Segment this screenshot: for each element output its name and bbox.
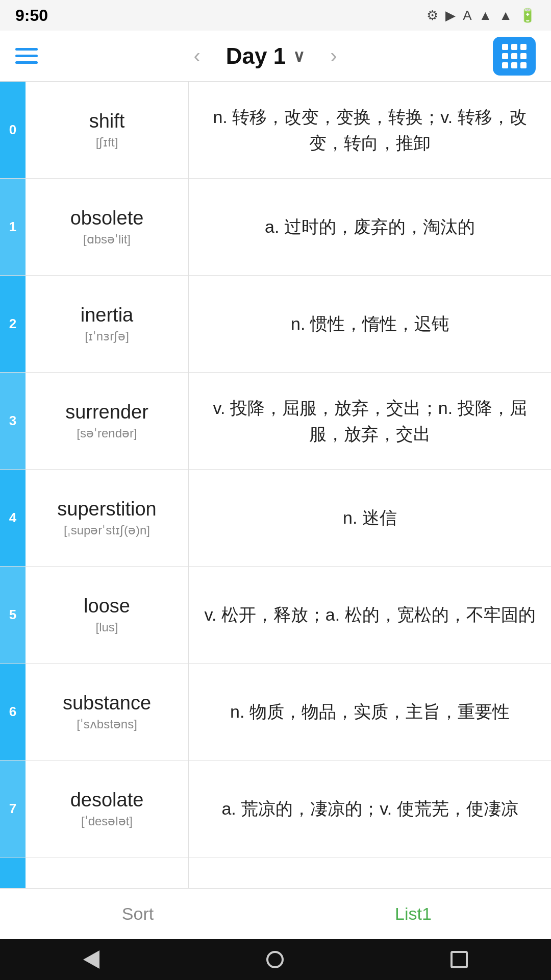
hamburger-menu[interactable] — [15, 48, 38, 64]
signal-icon: ▲ — [499, 8, 512, 23]
sort-tab-label: Sort — [122, 904, 154, 924]
play-icon: ▶ — [445, 8, 456, 23]
home-icon — [266, 951, 284, 968]
grid-view-button[interactable] — [493, 37, 536, 76]
home-button[interactable] — [266, 951, 284, 968]
word-text: desolate — [70, 789, 144, 811]
word-index: 2 — [0, 276, 26, 372]
word-english: desolate [ˈdesələt] — [26, 761, 189, 857]
chevron-down-icon: ∨ — [293, 46, 305, 66]
word-text: superstition — [57, 498, 156, 520]
word-text: shift — [89, 110, 125, 132]
word-definition: v. 投降，屈服，放弃，交出；n. 投降，屈服，放弃，交出 — [189, 373, 551, 469]
word-definition: n. 迷信 — [189, 470, 551, 566]
table-row[interactable]: 6 substance [ˈsʌbstəns] n. 物质，物品，实质，主旨，重… — [0, 664, 551, 761]
word-english: obsolete [ɑbsəˈlit] — [26, 179, 189, 275]
toolbar: ‹ Day 1 ∨ › — [0, 31, 551, 82]
list1-tab-label: List1 — [395, 904, 432, 924]
grid-row-1 — [502, 44, 527, 50]
table-row[interactable]: 8 virgin n. 处女，童男；a. 处女的， — [0, 857, 551, 888]
toolbar-nav: ‹ Day 1 ∨ › — [188, 39, 342, 72]
sort-tab[interactable]: Sort — [0, 889, 276, 939]
grid-row-3 — [502, 62, 527, 68]
word-index: 4 — [0, 470, 26, 566]
wifi-icon: ▲ — [479, 8, 492, 23]
word-phonetic: [lus] — [95, 620, 118, 634]
word-index: 3 — [0, 373, 26, 469]
word-phonetic: [ʃɪft] — [96, 135, 118, 150]
word-english: loose [lus] — [26, 567, 189, 663]
table-row[interactable]: 2 inertia [ɪˈnɜrʃə] n. 惯性，惰性，迟钝 — [0, 276, 551, 373]
word-list: 0 shift [ʃɪft] n. 转移，改变，变换，转换；v. 转移，改变，转… — [0, 82, 551, 888]
recents-button[interactable] — [450, 951, 468, 968]
word-text: surrender — [65, 401, 148, 423]
status-icons: ⚙ ▶ A ▲ ▲ 🔋 — [427, 8, 536, 23]
word-definition: n. 处女，童男；a. 处女的， — [189, 857, 551, 888]
android-nav-bar — [0, 939, 551, 980]
table-row[interactable]: 3 surrender [səˈrendər] v. 投降，屈服，放弃，交出；n… — [0, 373, 551, 470]
word-index: 6 — [0, 664, 26, 760]
word-definition: v. 松开，释放；a. 松的，宽松的，不牢固的 — [189, 567, 551, 663]
word-text: inertia — [81, 304, 134, 326]
word-english: virgin — [26, 857, 189, 888]
status-time: 9:50 — [15, 6, 48, 25]
table-row[interactable]: 7 desolate [ˈdesələt] a. 荒凉的，凄凉的；v. 使荒芜，… — [0, 761, 551, 857]
word-index: 1 — [0, 179, 26, 275]
table-row[interactable]: 1 obsolete [ɑbsəˈlit] a. 过时的，废弃的，淘汰的 — [0, 179, 551, 276]
word-english: substance [ˈsʌbstəns] — [26, 664, 189, 760]
word-english: shift [ʃɪft] — [26, 82, 189, 178]
word-phonetic: [ˌsupərˈstɪʃ(ə)n] — [64, 523, 150, 537]
word-phonetic: [ɑbsəˈlit] — [83, 232, 131, 247]
word-index: 8 — [0, 857, 26, 888]
settings-icon: ⚙ — [427, 8, 438, 23]
word-definition: a. 荒凉的，凄凉的；v. 使荒芜，使凄凉 — [189, 761, 551, 857]
word-phonetic: [ˈsʌbstəns] — [77, 717, 137, 731]
word-definition: n. 惯性，惰性，迟钝 — [189, 276, 551, 372]
word-text: substance — [63, 692, 151, 714]
word-definition: a. 过时的，废弃的，淘汰的 — [189, 179, 551, 275]
back-icon — [83, 950, 99, 969]
word-english: superstition [ˌsupərˈstɪʃ(ə)n] — [26, 470, 189, 566]
word-definition: n. 转移，改变，变换，转换；v. 转移，改变，转向，推卸 — [189, 82, 551, 178]
next-button[interactable]: › — [325, 39, 342, 72]
word-phonetic: [ˈdesələt] — [81, 814, 133, 828]
list1-tab[interactable]: List1 — [276, 889, 551, 939]
word-english: inertia [ɪˈnɜrʃə] — [26, 276, 189, 372]
font-icon: A — [463, 8, 471, 23]
word-english: surrender [səˈrendər] — [26, 373, 189, 469]
prev-button[interactable]: ‹ — [188, 39, 205, 72]
day-title[interactable]: Day 1 ∨ — [226, 43, 305, 69]
word-index: 5 — [0, 567, 26, 663]
table-row[interactable]: 0 shift [ʃɪft] n. 转移，改变，变换，转换；v. 转移，改变，转… — [0, 82, 551, 179]
recents-icon — [450, 951, 468, 968]
back-button[interactable] — [83, 950, 99, 969]
word-text: obsolete — [70, 207, 144, 229]
word-phonetic: [səˈrendər] — [77, 426, 137, 440]
battery-icon: 🔋 — [519, 8, 536, 23]
word-text: loose — [84, 595, 130, 617]
status-bar: 9:50 ⚙ ▶ A ▲ ▲ 🔋 — [0, 0, 551, 31]
word-index: 7 — [0, 761, 26, 857]
table-row[interactable]: 5 loose [lus] v. 松开，释放；a. 松的，宽松的，不牢固的 — [0, 567, 551, 664]
word-index: 0 — [0, 82, 26, 178]
table-row[interactable]: 4 superstition [ˌsupərˈstɪʃ(ə)n] n. 迷信 — [0, 470, 551, 567]
grid-row-2 — [502, 53, 527, 59]
word-phonetic: [ɪˈnɜrʃə] — [85, 329, 129, 344]
word-definition: n. 物质，物品，实质，主旨，重要性 — [189, 664, 551, 760]
bottom-tabs: Sort List1 — [0, 888, 551, 939]
